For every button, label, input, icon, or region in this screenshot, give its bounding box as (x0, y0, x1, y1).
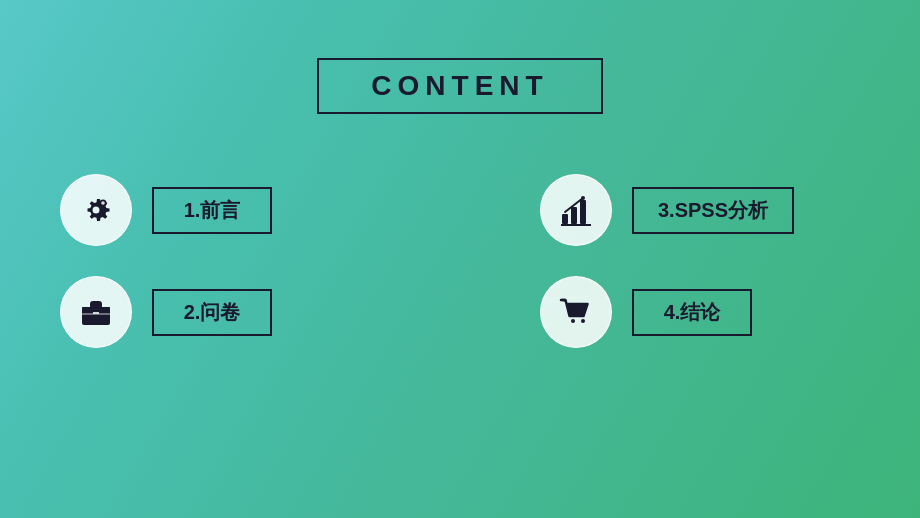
svg-point-5 (581, 196, 585, 200)
item-questionnaire-label: 2.问卷 (184, 301, 241, 323)
svg-rect-2 (562, 214, 568, 224)
item-foreword-label: 1.前言 (184, 199, 241, 221)
item-questionnaire-label-box: 2.问卷 (152, 289, 272, 336)
item-questionnaire[interactable]: 2.问卷 (60, 276, 380, 348)
item-foreword-label-box: 1.前言 (152, 187, 272, 234)
item-spss-label: 3.SPSS分析 (658, 199, 768, 221)
chart-icon (558, 192, 594, 228)
briefcase-icon (78, 294, 114, 330)
item-spss[interactable]: 3.SPSS分析 (540, 174, 860, 246)
gear-icon-circle (60, 174, 132, 246)
briefcase-icon-circle (60, 276, 132, 348)
svg-point-1 (101, 201, 105, 205)
svg-rect-3 (571, 207, 577, 224)
item-foreword[interactable]: 1.前言 (60, 174, 380, 246)
page-wrapper: CONTENT 1.前言 (0, 0, 920, 518)
svg-point-14 (581, 319, 585, 323)
items-grid: 1.前言 3.SPSS分析 (0, 174, 920, 348)
item-conclusion[interactable]: 4.结论 (540, 276, 860, 348)
cart-icon (558, 294, 594, 330)
svg-point-13 (571, 319, 575, 323)
item-spss-label-box: 3.SPSS分析 (632, 187, 794, 234)
chart-icon-circle (540, 174, 612, 246)
svg-rect-4 (580, 200, 586, 224)
item-conclusion-label: 4.结论 (664, 301, 721, 323)
item-conclusion-label-box: 4.结论 (632, 289, 752, 336)
gear-icon (78, 192, 114, 228)
content-title-box: CONTENT (317, 58, 602, 114)
cart-icon-circle (540, 276, 612, 348)
svg-rect-10 (91, 302, 101, 307)
content-title: CONTENT (371, 70, 548, 101)
